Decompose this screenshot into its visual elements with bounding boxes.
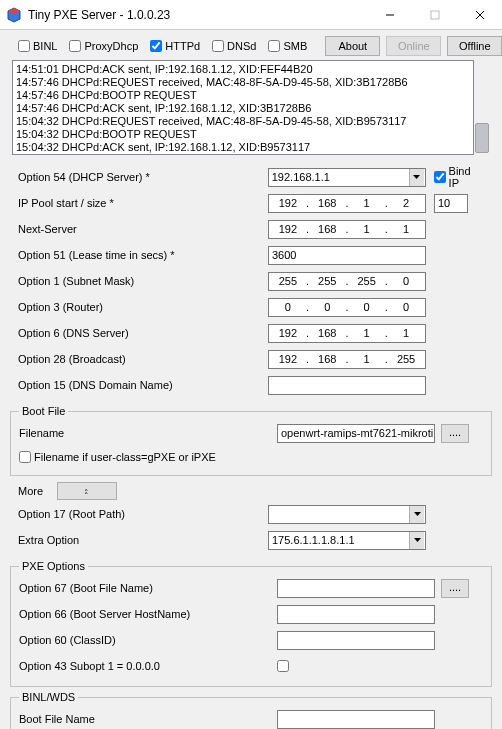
bootfile-group: Boot File Filename openwrt-ramips-mt7621… bbox=[10, 405, 492, 476]
close-button[interactable] bbox=[457, 1, 502, 29]
userclass-cb[interactable] bbox=[19, 451, 31, 463]
pxe-group: PXE Options Option 67 (Boot File Name) .… bbox=[10, 560, 492, 687]
nextserver-label: Next-Server bbox=[18, 223, 268, 235]
offline-button[interactable]: Offline bbox=[447, 36, 502, 56]
checkbox-httpd[interactable]: HTTPd bbox=[150, 40, 200, 52]
opt51-label: Option 51 (Lease time in secs) * bbox=[18, 249, 268, 261]
opt3-label: Option 3 (Router) bbox=[18, 301, 268, 313]
log-textarea[interactable]: 14:51:01 DHCPd:ACK sent, IP:192.168.1.12… bbox=[12, 60, 474, 155]
more-label: More bbox=[18, 485, 43, 497]
svg-marker-7 bbox=[414, 512, 421, 516]
opt51-input[interactable]: 3600 bbox=[268, 246, 426, 265]
opt15-input[interactable] bbox=[268, 376, 426, 395]
extraoption-combo[interactable]: 175.6.1.1.1.8.1.1 bbox=[268, 531, 426, 550]
filename-input[interactable]: openwrt-ramips-mt7621-mikrotik_route bbox=[277, 424, 435, 443]
bootfile-legend: Boot File bbox=[19, 405, 68, 417]
browse-button[interactable]: .... bbox=[441, 579, 469, 598]
svg-marker-6 bbox=[413, 175, 420, 179]
opt1-input[interactable]: 255. 255. 255. 0 bbox=[268, 272, 426, 291]
toolbar: BINL ProxyDhcp HTTPd DNSd SMB About Onli… bbox=[0, 30, 502, 60]
opt17-combo[interactable] bbox=[268, 505, 426, 524]
chevron-down-icon[interactable] bbox=[409, 532, 424, 549]
opt67-input[interactable] bbox=[277, 579, 435, 598]
checkbox-binl[interactable]: BINL bbox=[18, 40, 57, 52]
bindip-cb[interactable] bbox=[434, 171, 446, 183]
opt60-label: Option 60 (ClassID) bbox=[19, 634, 277, 646]
extraoption-label: Extra Option bbox=[18, 534, 268, 546]
maximize-button[interactable] bbox=[412, 1, 457, 29]
checkbox-proxydhcp[interactable]: ProxyDhcp bbox=[69, 40, 138, 52]
dnsd-cb[interactable] bbox=[212, 40, 224, 52]
poolsize-input[interactable]: 10 bbox=[434, 194, 468, 213]
smb-cb[interactable] bbox=[268, 40, 280, 52]
window-title: Tiny PXE Server - 1.0.0.23 bbox=[28, 8, 367, 22]
minimize-button[interactable] bbox=[367, 1, 412, 29]
opt6-input[interactable]: 192. 168. 1. 1 bbox=[268, 324, 426, 343]
checkbox-userclass[interactable]: Filename if user-class=gPXE or iPXE bbox=[19, 451, 216, 463]
svg-marker-8 bbox=[414, 538, 421, 542]
opt66-label: Option 66 (Boot Server HostName) bbox=[19, 608, 277, 620]
opt3-input[interactable]: 0. 0. 0. 0 bbox=[268, 298, 426, 317]
opt43-label: Option 43 Subopt 1 = 0.0.0.0 bbox=[19, 660, 277, 672]
more-toggle-button[interactable]: ∧∧ bbox=[57, 482, 117, 500]
ippool-input[interactable]: 192. 168. 1. 2 bbox=[268, 194, 426, 213]
checkbox-smb[interactable]: SMB bbox=[268, 40, 307, 52]
chevron-down-icon[interactable] bbox=[409, 169, 424, 186]
opt66-input[interactable] bbox=[277, 605, 435, 624]
httpd-cb[interactable] bbox=[150, 40, 162, 52]
wds-bootfile-input[interactable] bbox=[277, 710, 435, 729]
chevron-up-icon: ∧∧ bbox=[84, 488, 90, 494]
browse-button[interactable]: .... bbox=[441, 424, 469, 443]
opt15-label: Option 15 (DNS Domain Name) bbox=[18, 379, 268, 391]
chevron-down-icon[interactable] bbox=[409, 506, 424, 523]
opt1-label: Option 1 (Subnet Mask) bbox=[18, 275, 268, 287]
about-button[interactable]: About bbox=[325, 36, 380, 56]
checkbox-dnsd[interactable]: DNSd bbox=[212, 40, 256, 52]
pxe-legend: PXE Options bbox=[19, 560, 88, 572]
online-button[interactable]: Online bbox=[386, 36, 441, 56]
opt28-label: Option 28 (Broadcast) bbox=[18, 353, 268, 365]
proxydhcp-cb[interactable] bbox=[69, 40, 81, 52]
checkbox-bindip[interactable]: Bind IP bbox=[434, 165, 484, 189]
opt60-input[interactable] bbox=[277, 631, 435, 650]
ippool-label: IP Pool start / size * bbox=[18, 197, 268, 209]
scroll-thumb[interactable] bbox=[475, 123, 489, 153]
opt17-label: Option 17 (Root Path) bbox=[18, 508, 268, 520]
wds-bootfile-label: Boot File Name bbox=[19, 713, 277, 725]
filename-label: Filename bbox=[19, 427, 277, 439]
nextserver-input[interactable]: 192. 168. 1. 1 bbox=[268, 220, 426, 239]
binlwds-group: BINL/WDS Boot File Name Option 252 (Priv… bbox=[10, 691, 492, 729]
opt54-label: Option 54 (DHCP Server) * bbox=[18, 171, 268, 183]
binlwds-legend: BINL/WDS bbox=[19, 691, 78, 703]
opt54-combo[interactable]: 192.168.1.1 bbox=[268, 168, 426, 187]
log-scrollbar[interactable] bbox=[474, 60, 490, 155]
svg-rect-3 bbox=[431, 11, 439, 19]
app-icon bbox=[6, 7, 22, 23]
binl-cb[interactable] bbox=[18, 40, 30, 52]
opt6-label: Option 6 (DNS Server) bbox=[18, 327, 268, 339]
title-bar: Tiny PXE Server - 1.0.0.23 bbox=[0, 0, 502, 30]
opt28-input[interactable]: 192. 168. 1. 255 bbox=[268, 350, 426, 369]
opt67-label: Option 67 (Boot File Name) bbox=[19, 582, 277, 594]
opt43-cb[interactable] bbox=[277, 660, 289, 672]
